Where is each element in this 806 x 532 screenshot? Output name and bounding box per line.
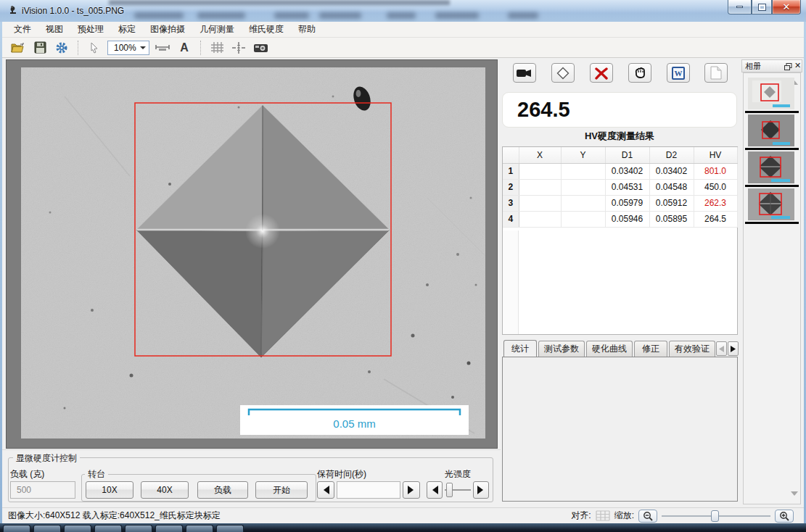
menu-bar: 文件 视图 预处理 标定 图像拍摄 几何测量 维氏硬度 帮助	[2, 22, 804, 38]
zoom-slider-handle[interactable]	[711, 510, 719, 522]
light-decrease-button[interactable]	[427, 481, 443, 499]
svg-text:W: W	[675, 69, 683, 78]
float-panel-icon[interactable]	[784, 63, 792, 70]
taskbar-button[interactable]	[155, 525, 183, 532]
tab-validation[interactable]: 有效验证	[669, 341, 715, 357]
album-thumbnail-1[interactable]	[748, 78, 794, 109]
load-input[interactable]: 500	[10, 481, 75, 499]
open-folder-icon[interactable]	[9, 40, 27, 56]
grid-icon[interactable]	[208, 40, 226, 56]
turret-40x-button[interactable]: 40X	[141, 481, 189, 499]
hardness-result-display: 264.5	[502, 92, 737, 128]
menu-vickers-hardness[interactable]: 维氏硬度	[242, 21, 291, 38]
table-row[interactable]: 2 0.04531 0.04548 450.0	[503, 179, 737, 195]
zoom-label: 缩放:	[614, 510, 634, 522]
taskbar-button[interactable]	[186, 525, 213, 532]
image-canvas[interactable]: 0.05 mm	[6, 59, 498, 449]
light-slider-handle[interactable]	[446, 483, 453, 497]
tab-test-parameters[interactable]: 测试参数	[538, 341, 585, 357]
col-d2[interactable]: D2	[649, 147, 694, 163]
maximize-icon	[759, 4, 765, 10]
taskbar-button[interactable]	[94, 525, 122, 532]
dwell-decrease-button[interactable]	[317, 481, 334, 499]
taskbar-button[interactable]	[64, 525, 91, 532]
settings-gear-icon[interactable]	[53, 40, 70, 56]
thumbnail-separator	[745, 111, 799, 113]
menu-file[interactable]: 文件	[7, 21, 38, 38]
maximize-button[interactable]	[752, 0, 772, 14]
taskbar-button[interactable]	[125, 525, 152, 532]
tab-statistics[interactable]: 统计	[503, 340, 537, 357]
light-increase-button[interactable]	[473, 481, 489, 499]
menu-calibration[interactable]: 标定	[111, 21, 143, 38]
video-camera-button[interactable]	[513, 63, 536, 83]
hand-tool-button[interactable]	[628, 63, 651, 83]
taskbar-button[interactable]	[216, 525, 244, 532]
album-thumbnail-2[interactable]	[748, 115, 794, 146]
diamond-indent-button[interactable]	[551, 63, 575, 83]
table-row[interactable]: 3 0.05979 0.05912 262.3	[503, 195, 737, 211]
album-thumbnail-4[interactable]	[748, 188, 794, 220]
camera-capture-icon[interactable]	[252, 40, 269, 56]
col-hv[interactable]: HV	[694, 147, 737, 163]
hardness-value: 264.5	[517, 98, 570, 122]
turret-10x-button[interactable]: 10X	[86, 481, 133, 499]
zoom-in-button[interactable]	[775, 510, 794, 523]
col-rownum[interactable]	[503, 147, 519, 163]
thumbnail-separator	[745, 185, 799, 187]
tab-scroll-right-button[interactable]	[728, 341, 739, 356]
tab-hardening-curve[interactable]: 硬化曲线	[586, 341, 633, 357]
center-crosshair-icon[interactable]	[230, 40, 247, 56]
dwell-time-input[interactable]	[337, 481, 400, 499]
table-row[interactable]: 4 0.05946 0.05895 264.5	[503, 211, 737, 227]
album-thumbnail-3[interactable]	[748, 151, 794, 183]
menu-preprocess[interactable]: 预处理	[70, 21, 111, 38]
menu-geometry-measure[interactable]: 几何测量	[192, 21, 242, 38]
close-button[interactable]: ✕	[772, 0, 801, 14]
arrow-left-icon	[319, 486, 329, 494]
taskbar-button[interactable]	[33, 525, 61, 532]
results-table: X Y D1 D2 HV 1 0.03402 0.03402 801.0 2 0…	[502, 146, 738, 335]
export-word-button[interactable]: W	[667, 63, 690, 83]
dwell-increase-button[interactable]	[403, 481, 420, 499]
minimize-button[interactable]	[728, 0, 752, 14]
align-grid-icon[interactable]	[596, 510, 610, 521]
col-y[interactable]: Y	[561, 147, 605, 163]
text-annotate-icon[interactable]: A	[176, 40, 193, 56]
light-intensity-label: 光强度	[445, 468, 471, 481]
load-button[interactable]: 负载	[197, 481, 248, 499]
album-close-icon[interactable]: ✕	[794, 61, 801, 70]
col-d1[interactable]: D1	[605, 147, 649, 163]
album-scroll-down-icon[interactable]	[791, 491, 798, 499]
menu-help[interactable]: 帮助	[291, 21, 323, 38]
zoom-value: 100%	[114, 43, 136, 53]
save-icon[interactable]	[31, 40, 49, 56]
table-row[interactable]: 1 0.03402 0.03402 801.0	[503, 163, 737, 179]
title-bar[interactable]: iVision 1.0.0 - ts_005.PNG ✕	[0, 0, 806, 22]
table-empty-area	[503, 230, 519, 334]
ruler-measure-icon[interactable]	[154, 40, 171, 56]
zoom-out-button[interactable]	[638, 510, 657, 523]
zoom-slider[interactable]	[662, 510, 770, 523]
windows-taskbar[interactable]	[0, 523, 806, 532]
tab-scroll-left-button[interactable]	[716, 341, 727, 356]
album-list[interactable]	[743, 72, 801, 504]
thumbnail-separator	[745, 148, 799, 150]
video-camera-icon	[517, 68, 532, 78]
menu-view[interactable]: 视图	[38, 21, 70, 38]
new-page-button[interactable]	[704, 63, 728, 83]
delete-measurement-button[interactable]	[590, 63, 613, 83]
cursor-icon[interactable]	[86, 40, 103, 56]
zoom-select[interactable]: 100%	[107, 41, 149, 55]
menu-image-capture[interactable]: 图像拍摄	[143, 21, 192, 38]
align-label: 对齐:	[571, 510, 591, 522]
chevron-down-icon	[140, 46, 146, 52]
arrow-right-icon	[731, 346, 736, 352]
start-button[interactable]: 开始	[255, 481, 308, 499]
taskbar-button[interactable]	[3, 525, 30, 532]
load-label: 负载 (克)	[10, 468, 44, 481]
col-x[interactable]: X	[519, 147, 561, 163]
zoom-in-icon	[779, 511, 789, 521]
tab-correction[interactable]: 修正	[634, 341, 667, 357]
album-title: 相册	[745, 61, 761, 72]
